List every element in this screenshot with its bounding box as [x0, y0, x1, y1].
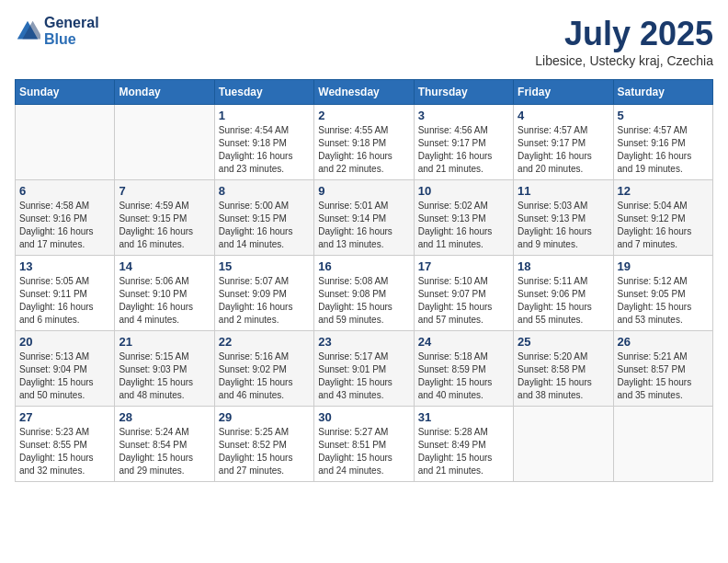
month-title: July 2025 — [535, 15, 713, 53]
day-info: Sunrise: 5:11 AM Sunset: 9:06 PM Dayligh… — [518, 275, 609, 327]
week-row-0: 1Sunrise: 4:54 AM Sunset: 9:18 PM Daylig… — [16, 105, 713, 180]
day-number: 3 — [418, 109, 509, 122]
day-info: Sunrise: 5:24 AM Sunset: 8:54 PM Dayligh… — [119, 426, 210, 477]
day-info: Sunrise: 5:05 AM Sunset: 9:11 PM Dayligh… — [19, 275, 110, 327]
day-info: Sunrise: 4:59 AM Sunset: 9:15 PM Dayligh… — [119, 200, 210, 251]
day-number: 26 — [618, 335, 709, 349]
day-info: Sunrise: 5:00 AM Sunset: 9:15 PM Dayligh… — [219, 200, 310, 251]
day-number: 22 — [219, 335, 310, 349]
header-cell-wednesday: Wednesday — [314, 80, 414, 105]
day-number: 31 — [418, 410, 509, 424]
day-cell: 16Sunrise: 5:08 AM Sunset: 9:08 PM Dayli… — [314, 256, 414, 331]
day-cell: 9Sunrise: 5:01 AM Sunset: 9:14 PM Daylig… — [314, 180, 414, 256]
day-number: 8 — [219, 184, 310, 198]
day-cell — [16, 105, 115, 180]
day-info: Sunrise: 5:17 AM Sunset: 9:01 PM Dayligh… — [318, 350, 409, 402]
day-cell: 20Sunrise: 5:13 AM Sunset: 9:04 PM Dayli… — [16, 331, 115, 407]
day-info: Sunrise: 5:28 AM Sunset: 8:49 PM Dayligh… — [418, 426, 509, 477]
day-cell: 13Sunrise: 5:05 AM Sunset: 9:11 PM Dayli… — [16, 256, 115, 331]
day-info: Sunrise: 5:23 AM Sunset: 8:55 PM Dayligh… — [19, 426, 110, 477]
header-cell-monday: Monday — [115, 80, 214, 105]
day-cell: 30Sunrise: 5:27 AM Sunset: 8:51 PM Dayli… — [314, 407, 414, 482]
day-cell: 7Sunrise: 4:59 AM Sunset: 9:15 PM Daylig… — [115, 180, 214, 256]
day-cell: 19Sunrise: 5:12 AM Sunset: 9:05 PM Dayli… — [613, 256, 712, 331]
day-number: 19 — [618, 259, 709, 273]
calendar-body: 1Sunrise: 4:54 AM Sunset: 9:18 PM Daylig… — [16, 105, 713, 482]
day-number: 30 — [318, 410, 409, 424]
header-cell-tuesday: Tuesday — [214, 80, 313, 105]
day-info: Sunrise: 5:07 AM Sunset: 9:09 PM Dayligh… — [219, 275, 310, 327]
day-info: Sunrise: 4:57 AM Sunset: 9:16 PM Dayligh… — [618, 124, 709, 176]
day-number: 16 — [318, 259, 409, 273]
day-info: Sunrise: 5:20 AM Sunset: 8:58 PM Dayligh… — [518, 350, 609, 402]
day-info: Sunrise: 4:56 AM Sunset: 9:17 PM Dayligh… — [418, 124, 509, 176]
header-cell-thursday: Thursday — [414, 80, 513, 105]
day-number: 14 — [119, 259, 210, 273]
day-cell: 3Sunrise: 4:56 AM Sunset: 9:17 PM Daylig… — [414, 105, 513, 180]
day-number: 24 — [418, 335, 509, 349]
day-cell: 4Sunrise: 4:57 AM Sunset: 9:17 PM Daylig… — [514, 105, 613, 180]
day-number: 12 — [618, 184, 709, 198]
day-number: 13 — [19, 259, 110, 273]
day-info: Sunrise: 5:21 AM Sunset: 8:57 PM Dayligh… — [618, 350, 709, 402]
day-info: Sunrise: 5:08 AM Sunset: 9:08 PM Dayligh… — [318, 275, 409, 327]
day-number: 20 — [19, 335, 110, 349]
week-row-2: 13Sunrise: 5:05 AM Sunset: 9:11 PM Dayli… — [16, 256, 713, 331]
day-number: 27 — [19, 410, 110, 424]
day-number: 9 — [318, 184, 409, 198]
day-cell: 10Sunrise: 5:02 AM Sunset: 9:13 PM Dayli… — [414, 180, 513, 256]
location: Libesice, Ustecky kraj, Czechia — [535, 53, 713, 68]
day-number: 2 — [318, 109, 409, 122]
day-cell: 5Sunrise: 4:57 AM Sunset: 9:16 PM Daylig… — [613, 105, 712, 180]
day-cell — [115, 105, 214, 180]
day-info: Sunrise: 5:25 AM Sunset: 8:52 PM Dayligh… — [219, 426, 310, 477]
day-info: Sunrise: 5:04 AM Sunset: 9:12 PM Dayligh… — [618, 200, 709, 251]
day-info: Sunrise: 5:03 AM Sunset: 9:13 PM Dayligh… — [518, 200, 609, 251]
day-number: 4 — [518, 109, 609, 122]
day-number: 10 — [418, 184, 509, 198]
header-cell-sunday: Sunday — [16, 80, 115, 105]
day-number: 29 — [219, 410, 310, 424]
day-number: 11 — [518, 184, 609, 198]
day-cell: 14Sunrise: 5:06 AM Sunset: 9:10 PM Dayli… — [115, 256, 214, 331]
title-area: July 2025 Libesice, Ustecky kraj, Czechi… — [535, 15, 713, 68]
day-number: 6 — [19, 184, 110, 198]
day-cell: 6Sunrise: 4:58 AM Sunset: 9:16 PM Daylig… — [16, 180, 115, 256]
page-header: General Blue July 2025 Libesice, Ustecky… — [15, 15, 713, 68]
day-number: 15 — [219, 259, 310, 273]
week-row-1: 6Sunrise: 4:58 AM Sunset: 9:16 PM Daylig… — [16, 180, 713, 256]
day-info: Sunrise: 4:57 AM Sunset: 9:17 PM Dayligh… — [518, 124, 609, 176]
day-number: 17 — [418, 259, 509, 273]
day-cell: 8Sunrise: 5:00 AM Sunset: 9:15 PM Daylig… — [214, 180, 313, 256]
day-number: 7 — [119, 184, 210, 198]
day-cell: 27Sunrise: 5:23 AM Sunset: 8:55 PM Dayli… — [16, 407, 115, 482]
day-cell: 28Sunrise: 5:24 AM Sunset: 8:54 PM Dayli… — [115, 407, 214, 482]
day-cell: 23Sunrise: 5:17 AM Sunset: 9:01 PM Dayli… — [314, 331, 414, 407]
day-info: Sunrise: 5:01 AM Sunset: 9:14 PM Dayligh… — [318, 200, 409, 251]
day-cell: 29Sunrise: 5:25 AM Sunset: 8:52 PM Dayli… — [214, 407, 313, 482]
day-info: Sunrise: 5:18 AM Sunset: 8:59 PM Dayligh… — [418, 350, 509, 402]
day-cell: 2Sunrise: 4:55 AM Sunset: 9:18 PM Daylig… — [314, 105, 414, 180]
header-row: SundayMondayTuesdayWednesdayThursdayFrid… — [16, 80, 713, 105]
day-number: 5 — [618, 109, 709, 122]
day-cell: 15Sunrise: 5:07 AM Sunset: 9:09 PM Dayli… — [214, 256, 313, 331]
day-info: Sunrise: 5:27 AM Sunset: 8:51 PM Dayligh… — [318, 426, 409, 477]
day-cell: 1Sunrise: 4:54 AM Sunset: 9:18 PM Daylig… — [214, 105, 313, 180]
day-number: 25 — [518, 335, 609, 349]
day-info: Sunrise: 4:54 AM Sunset: 9:18 PM Dayligh… — [219, 124, 310, 176]
day-number: 23 — [318, 335, 409, 349]
day-cell: 24Sunrise: 5:18 AM Sunset: 8:59 PM Dayli… — [414, 331, 513, 407]
logo: General Blue — [15, 15, 99, 48]
day-cell: 18Sunrise: 5:11 AM Sunset: 9:06 PM Dayli… — [514, 256, 613, 331]
calendar-header: SundayMondayTuesdayWednesdayThursdayFrid… — [16, 80, 713, 105]
day-info: Sunrise: 4:55 AM Sunset: 9:18 PM Dayligh… — [318, 124, 409, 176]
day-info: Sunrise: 5:06 AM Sunset: 9:10 PM Dayligh… — [119, 275, 210, 327]
day-info: Sunrise: 5:10 AM Sunset: 9:07 PM Dayligh… — [418, 275, 509, 327]
day-cell: 21Sunrise: 5:15 AM Sunset: 9:03 PM Dayli… — [115, 331, 214, 407]
day-cell: 26Sunrise: 5:21 AM Sunset: 8:57 PM Dayli… — [613, 331, 712, 407]
day-cell: 17Sunrise: 5:10 AM Sunset: 9:07 PM Dayli… — [414, 256, 513, 331]
day-number: 18 — [518, 259, 609, 273]
day-info: Sunrise: 4:58 AM Sunset: 9:16 PM Dayligh… — [19, 200, 110, 251]
day-info: Sunrise: 5:15 AM Sunset: 9:03 PM Dayligh… — [119, 350, 210, 402]
calendar-table: SundayMondayTuesdayWednesdayThursdayFrid… — [15, 79, 713, 482]
